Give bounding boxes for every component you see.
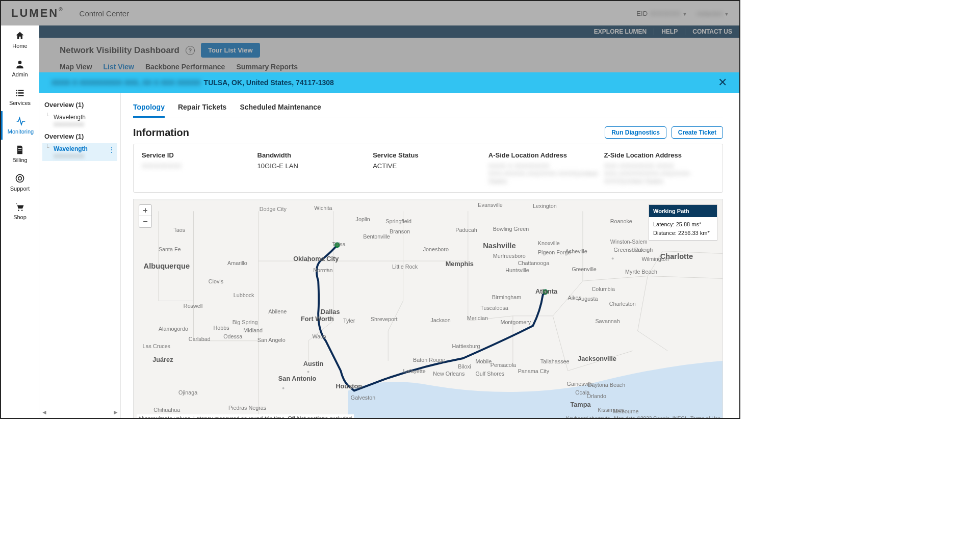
svg-text:Branson: Branson — [390, 228, 410, 234]
svg-text:Little Rock: Little Rock — [392, 264, 418, 270]
svg-text:Tallahassee: Tallahassee — [540, 358, 570, 364]
sidebar-item-home[interactable]: Home — [1, 25, 39, 54]
attr-keyboard[interactable]: Keyboard shortcuts — [566, 416, 610, 418]
tab-topology[interactable]: Topology — [133, 100, 165, 118]
attr-mapdata: Map data ©2023 Google, INEGI — [614, 416, 686, 418]
label-status: Service Status — [373, 151, 483, 159]
svg-text:Chattanooga: Chattanooga — [518, 260, 550, 266]
eid-dropdown[interactable]: EID XXXXXXX ▼ — [636, 10, 687, 17]
svg-rect-7 — [18, 148, 22, 149]
svg-point-9 — [16, 175, 24, 182]
list-icon — [15, 88, 25, 98]
tab-scheduled-maintenance[interactable]: Scheduled Maintenance — [240, 100, 321, 118]
svg-text:Ocala: Ocala — [575, 389, 589, 396]
arrow-right-icon[interactable]: ► — [113, 409, 119, 416]
cart-icon — [15, 202, 25, 212]
svg-text:Memphis: Memphis — [446, 260, 474, 268]
svg-text:Amarillo: Amarillo — [227, 260, 247, 266]
run-diagnostics-button[interactable]: Run Diagnostics — [605, 126, 666, 139]
svg-text:Biloxi: Biloxi — [458, 363, 471, 370]
legend-distance: Distance: 2256.33 km* — [653, 229, 713, 238]
svg-text:Juárez: Juárez — [152, 356, 173, 363]
svg-text:San Angelo: San Angelo — [257, 337, 286, 343]
svg-text:Houston: Houston — [336, 382, 362, 390]
svg-text:Pensacola: Pensacola — [491, 362, 516, 368]
svg-text:Jonesboro: Jonesboro — [423, 246, 449, 252]
tour-button[interactable]: Tour List View — [201, 43, 260, 58]
topology-map[interactable]: Albuquerque Oklahoma City Dallas Fort Wo… — [133, 199, 723, 418]
svg-text:Montgomery: Montgomery — [500, 319, 531, 325]
value-service-id: XXXXXXXXX — [142, 162, 252, 170]
tab-backbone[interactable]: Backbone Performance — [145, 63, 225, 71]
svg-text:Orlando: Orlando — [587, 393, 606, 399]
svg-text:Ojinaga: Ojinaga — [178, 389, 197, 396]
nav-explore[interactable]: EXPLORE LUMEN — [594, 28, 647, 35]
svg-rect-8 — [18, 150, 22, 150]
svg-text:Tulsa: Tulsa — [332, 241, 346, 247]
tree-group-1[interactable]: Overview (1) — [42, 98, 117, 112]
svg-text:Paducah: Paducah — [455, 227, 477, 233]
create-ticket-button[interactable]: Create Ticket — [672, 126, 723, 139]
help-icon[interactable]: ? — [186, 46, 195, 55]
sidebar-item-monitoring[interactable]: Monitoring — [1, 111, 39, 140]
tab-summary[interactable]: Summary Reports — [236, 63, 298, 71]
svg-text:Clovis: Clovis — [209, 278, 223, 284]
tree-group-2[interactable]: Overview (1) — [42, 129, 117, 143]
arrow-left-icon[interactable]: ◄ — [41, 409, 47, 416]
svg-text:Taos: Taos — [173, 227, 185, 233]
svg-text:Lafayette: Lafayette — [403, 368, 426, 374]
svg-text:Columbia: Columbia — [592, 286, 615, 292]
svg-text:Chihuahua: Chihuahua — [153, 407, 180, 413]
nav-contact[interactable]: CONTACT US — [692, 28, 732, 35]
svg-text:Joplin: Joplin — [356, 216, 370, 222]
tab-list-view[interactable]: List View — [104, 63, 134, 71]
sidebar: Home Admin Services Monitoring Billing S… — [1, 25, 39, 418]
nav-help[interactable]: HELP — [661, 28, 678, 35]
page-header: Network Visibility Dashboard ? Tour List… — [39, 38, 739, 72]
location-banner: XXXX X XXXXXXXXX XXX, XX X XXX XXXXX TUL… — [39, 72, 739, 93]
svg-rect-4 — [18, 92, 24, 94]
home-icon — [15, 31, 25, 41]
product-name: Control Center — [80, 9, 130, 18]
attr-terms[interactable]: Terms of Use — [690, 416, 720, 418]
svg-text:San Antonio: San Antonio — [278, 375, 317, 382]
sidebar-item-services[interactable]: Services — [1, 83, 39, 111]
svg-text:Bentonville: Bentonville — [363, 233, 390, 240]
zoom-out-button[interactable]: − — [139, 216, 151, 227]
legend-panel: Working Path Latency: 25.88 ms* Distance… — [649, 204, 717, 241]
kebab-icon[interactable]: ⋮ — [108, 146, 115, 153]
close-icon[interactable]: ✕ — [718, 76, 727, 89]
label-a-side: A-Side Location Address — [488, 151, 599, 159]
svg-text:Galveston: Galveston — [351, 394, 375, 401]
svg-text:Melbourne: Melbourne — [613, 408, 639, 414]
sidebar-item-admin[interactable]: Admin — [1, 54, 39, 83]
user-dropdown[interactable]: redacted ▼ — [697, 10, 729, 17]
tree-item-wavelength-1[interactable]: Wavelength XXXXXXXXX — [42, 112, 117, 129]
value-bandwidth: 10GIG-E LAN — [257, 162, 368, 170]
map-attribution: Keyboard shortcuts Map data ©2023 Google… — [566, 416, 720, 418]
zoom-control: + − — [139, 204, 152, 228]
label-bandwidth: Bandwidth — [257, 151, 368, 159]
svg-text:Atlanta: Atlanta — [535, 287, 558, 295]
svg-text:Baton Rouge: Baton Rouge — [413, 357, 445, 363]
sidebar-item-support[interactable]: Support — [1, 168, 39, 197]
tab-repair-tickets[interactable]: Repair Tickets — [178, 100, 226, 118]
zoom-in-button[interactable]: + — [139, 205, 151, 216]
svg-text:Panama City: Panama City — [518, 368, 550, 374]
svg-text:Murfreesboro: Murfreesboro — [493, 253, 526, 259]
svg-text:Greenville: Greenville — [572, 266, 596, 272]
tree-panel: Overview (1) Wavelength XXXXXXXXX Overvi… — [39, 93, 121, 418]
svg-text:Pigeon Forge: Pigeon Forge — [538, 249, 571, 255]
sidebar-item-billing[interactable]: Billing — [1, 140, 39, 168]
svg-point-19 — [282, 387, 285, 389]
svg-point-0 — [18, 61, 22, 64]
tree-item-wavelength-2[interactable]: Wavelength XXXXXXXXX ⋮ — [42, 143, 117, 161]
svg-text:Wichita: Wichita — [314, 205, 332, 211]
sidebar-item-shop[interactable]: Shop — [1, 197, 39, 225]
svg-point-11 — [18, 209, 19, 211]
svg-text:Daytona Beach: Daytona Beach — [588, 382, 626, 388]
tab-map-view[interactable]: Map View — [60, 63, 92, 71]
svg-text:Piedras Negras: Piedras Negras — [228, 405, 266, 411]
svg-text:Huntsville: Huntsville — [505, 267, 529, 273]
svg-text:Lexington: Lexington — [533, 203, 557, 209]
